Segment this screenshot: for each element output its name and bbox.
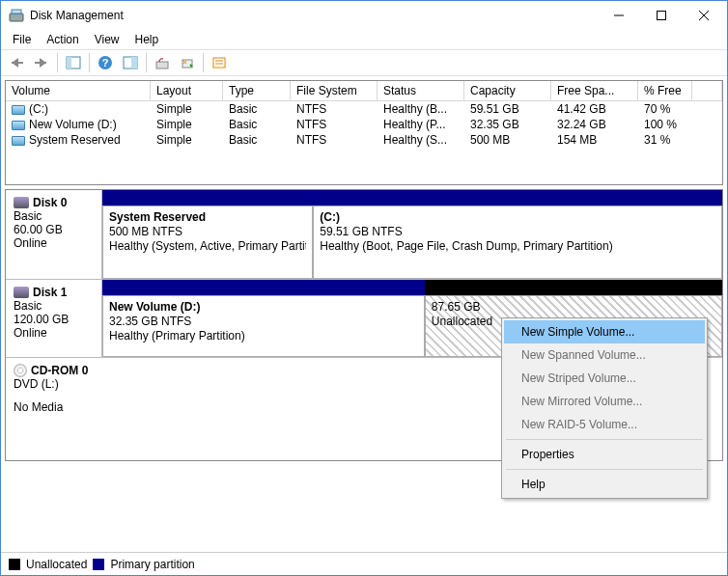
refresh-icon[interactable] bbox=[151, 51, 174, 74]
volume-icon bbox=[12, 121, 25, 130]
col-freespace[interactable]: Free Spa... bbox=[551, 81, 638, 101]
more-actions-icon[interactable] bbox=[208, 51, 231, 74]
menu-help[interactable]: Help bbox=[504, 473, 705, 496]
toolbar-separator bbox=[203, 53, 204, 72]
cell-layout: Simple bbox=[151, 117, 223, 132]
rescan-disks-icon[interactable] bbox=[176, 51, 199, 74]
toolbar-separator bbox=[57, 53, 58, 72]
col-volume[interactable]: Volume bbox=[6, 81, 151, 101]
cell-free: 154 MB bbox=[551, 132, 638, 148]
cell-layout: Simple bbox=[151, 132, 223, 148]
svg-rect-9 bbox=[67, 57, 71, 69]
toolbar-separator bbox=[89, 53, 90, 72]
cell-layout: Simple bbox=[151, 101, 223, 117]
disk-info[interactable]: CD-ROM 0 DVD (L:) No Media bbox=[6, 358, 102, 460]
toolbar: ? bbox=[1, 49, 727, 76]
menu-new-raid5-volume: New RAID-5 Volume... bbox=[504, 413, 705, 436]
menu-separator bbox=[506, 469, 703, 470]
partition-name: (C:) bbox=[320, 210, 715, 225]
partition-detail: 32.35 GB NTFS bbox=[109, 315, 418, 329]
cell-type: Basic bbox=[223, 101, 291, 117]
volume-row[interactable]: System Reserved Simple Basic NTFS Health… bbox=[6, 132, 722, 148]
menu-file[interactable]: File bbox=[5, 31, 39, 48]
cell-type: Basic bbox=[223, 117, 291, 132]
disk-info[interactable]: Disk 1 Basic 120.00 GB Online bbox=[6, 280, 102, 357]
col-padding bbox=[692, 81, 722, 101]
col-type[interactable]: Type bbox=[223, 81, 291, 101]
partition-status: Healthy (Primary Partition) bbox=[109, 329, 418, 343]
partition-stripe-primary bbox=[313, 190, 722, 206]
volume-icon bbox=[12, 136, 25, 146]
volume-icon bbox=[12, 105, 25, 115]
legend-swatch-primary bbox=[93, 559, 104, 570]
partition-new-volume-d[interactable]: New Volume (D:) 32.35 GB NTFS Healthy (P… bbox=[102, 295, 425, 357]
disk-row-0: Disk 0 Basic 60.00 GB Online System Rese… bbox=[6, 190, 722, 280]
col-capacity[interactable]: Capacity bbox=[464, 81, 551, 101]
cell-fs: NTFS bbox=[291, 132, 378, 148]
legend-bar: Unallocated Primary partition bbox=[1, 552, 727, 575]
menu-help[interactable]: Help bbox=[127, 31, 167, 48]
disk-size: 120.00 GB bbox=[14, 313, 94, 326]
cell-pct: 100 % bbox=[638, 117, 692, 132]
partition-detail: 59.51 GB NTFS bbox=[320, 225, 715, 239]
col-status[interactable]: Status bbox=[378, 81, 464, 101]
col-filesystem[interactable]: File System bbox=[291, 81, 378, 101]
cell-capacity: 32.35 GB bbox=[464, 117, 551, 132]
menu-properties[interactable]: Properties bbox=[504, 443, 705, 466]
svg-rect-1 bbox=[12, 10, 21, 14]
volume-row[interactable]: New Volume (D:) Simple Basic NTFS Health… bbox=[6, 117, 722, 132]
cell-status: Healthy (P... bbox=[378, 117, 464, 132]
cell-fs: NTFS bbox=[291, 117, 378, 132]
forward-button[interactable] bbox=[30, 51, 53, 74]
svg-rect-13 bbox=[131, 57, 137, 69]
partition-name: New Volume (D:) bbox=[109, 300, 418, 315]
disk-icon bbox=[14, 287, 29, 298]
col-pctfree[interactable]: % Free bbox=[638, 81, 692, 101]
help-icon[interactable]: ? bbox=[94, 51, 117, 74]
cell-pct: 70 % bbox=[638, 101, 692, 117]
cell-pct: 31 % bbox=[638, 132, 692, 148]
menu-view[interactable]: View bbox=[87, 31, 127, 48]
title-bar: Disk Management bbox=[1, 1, 727, 30]
svg-rect-3 bbox=[658, 12, 666, 20]
close-button[interactable] bbox=[683, 1, 725, 30]
cell-type: Basic bbox=[223, 132, 291, 148]
disk-icon bbox=[14, 197, 29, 208]
disk-type: Basic bbox=[14, 299, 94, 313]
cell-free: 32.24 GB bbox=[551, 117, 638, 132]
legend-label-primary: Primary partition bbox=[110, 558, 194, 571]
settings-icon[interactable] bbox=[119, 51, 142, 74]
minimize-button[interactable] bbox=[598, 1, 640, 30]
menu-new-striped-volume: New Striped Volume... bbox=[504, 367, 705, 390]
cell-fs: NTFS bbox=[291, 101, 378, 117]
cell-free: 41.42 GB bbox=[551, 101, 638, 117]
disk-state: Online bbox=[14, 236, 94, 250]
maximize-button[interactable] bbox=[640, 1, 683, 30]
window-title: Disk Management bbox=[30, 9, 598, 22]
col-layout[interactable]: Layout bbox=[151, 81, 223, 101]
cell-status: Healthy (S... bbox=[378, 132, 464, 148]
volume-list: Volume Layout Type File System Status Ca… bbox=[5, 80, 723, 185]
partition-system-reserved[interactable]: System Reserved 500 MB NTFS Healthy (Sys… bbox=[102, 206, 313, 279]
cdrom-icon bbox=[14, 364, 27, 377]
disk-detail: DVD (L:) bbox=[14, 377, 95, 391]
partition-detail: 87.65 GB bbox=[432, 300, 715, 315]
svg-rect-16 bbox=[213, 58, 225, 68]
menu-new-simple-volume[interactable]: New Simple Volume... bbox=[504, 320, 705, 343]
menu-bar: File Action View Help bbox=[1, 30, 727, 49]
menu-new-mirrored-volume: New Mirrored Volume... bbox=[504, 390, 705, 413]
volume-list-body: (C:) Simple Basic NTFS Healthy (B... 59.… bbox=[6, 101, 722, 184]
toolbar-separator bbox=[146, 53, 147, 72]
partition-c[interactable]: (C:) 59.51 GB NTFS Healthy (Boot, Page F… bbox=[313, 206, 722, 279]
menu-new-spanned-volume: New Spanned Volume... bbox=[504, 343, 705, 367]
back-button[interactable] bbox=[5, 51, 28, 74]
menu-separator bbox=[506, 439, 703, 440]
menu-action[interactable]: Action bbox=[39, 31, 86, 48]
show-hide-console-tree-icon[interactable] bbox=[62, 51, 85, 74]
cell-status: Healthy (B... bbox=[378, 101, 464, 117]
disk-name: CD-ROM 0 bbox=[31, 364, 88, 377]
volume-row[interactable]: (C:) Simple Basic NTFS Healthy (B... 59.… bbox=[6, 101, 722, 117]
svg-rect-14 bbox=[156, 62, 168, 69]
disk-info[interactable]: Disk 0 Basic 60.00 GB Online bbox=[6, 190, 102, 279]
volume-name: New Volume (D:) bbox=[29, 118, 117, 131]
